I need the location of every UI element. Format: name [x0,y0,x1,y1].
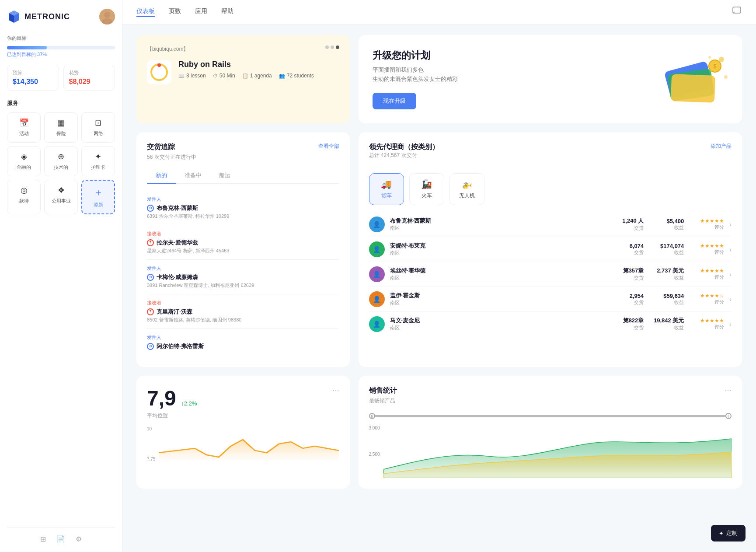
rating-more-btn[interactable]: ⋯ [332,386,339,395]
add-product-btn[interactable]: 添加产品 [711,143,732,150]
range-slider: || || [369,412,732,420]
service-item-public[interactable]: ❖ 公用事业 [44,180,78,214]
sales-y-axis: 3,000 2,500 [369,426,380,478]
customize-button[interactable]: ✦ 定制 [711,525,746,542]
category-train[interactable]: 🚂 火车 [409,173,444,205]
agents-title: 领先代理商（按类别） [369,143,439,152]
svg-point-14 [708,56,711,59]
service-item-network[interactable]: ⊡ 网络 [81,112,115,143]
agent-count-0: 1,240 人 [609,217,644,225]
bottom-row: 7,9 ↑2.2% ⋯ 平均位置 10 7.75 [136,376,742,489]
agent-revenue-4: 19,842 美元 收益 [649,317,684,331]
finance-icon: ◈ [21,152,27,161]
course-icon-wrap [147,60,171,84]
truck-label: 货车 [381,192,392,199]
spend-value: $8,029 [69,78,110,86]
agent-stars-3: ★★★★☆ [689,293,724,299]
agent-arrow-4[interactable]: › [729,321,732,328]
agents-subtitle: 总计 424,567 次交付 [369,152,439,159]
slider-handle-left[interactable]: || [369,413,375,419]
nav-help[interactable]: 帮助 [221,7,233,17]
service-item-tech[interactable]: ⊕ 技术的 [44,146,78,176]
entry-name-3: 📍 克里斯汀·沃森 [147,308,339,316]
agent-arrow-3[interactable]: › [729,296,732,303]
budget-value: $14,350 [13,78,53,86]
agent-arrow-0[interactable]: › [729,221,732,228]
agent-name-3: 盖伊·霍金斯 [390,292,604,300]
agents-card: 领先代理商（按类别） 总计 424,567 次交付 添加产品 🚚 货车 🚂 火车 [359,132,742,367]
course-status-dot [157,63,161,67]
layers-icon[interactable]: ⊞ [40,535,46,543]
chat-icon[interactable] [732,6,742,18]
tab-new[interactable]: 新的 [147,168,176,184]
nav-apps[interactable]: 应用 [195,7,207,17]
agent-row-3: 👤 盖伊·霍金斯 南区 2,954 交货 $59,634 收益 ★★★★☆ [369,287,732,312]
sales-header: 销售统计 ⋯ [369,386,732,395]
category-truck[interactable]: 🚚 货车 [369,173,404,205]
svg-rect-9 [671,74,715,102]
delivery-view-all[interactable]: 查看全部 [318,143,339,150]
course-url: 【biqubiqu.com】 [147,45,188,53]
user-avatar[interactable] [99,9,115,24]
agent-rev-label-4: 收益 [649,325,684,331]
agent-stat-1: 6,074 交货 [609,243,644,256]
agents-header: 领先代理商（按类别） 总计 424,567 次交付 添加产品 [369,143,732,166]
svg-point-13 [724,75,728,79]
hospitality-icon: ◎ [21,185,28,195]
entry-addr-0: 6391 埃尔全圣塞莱斯, 特拉华州 10299 [147,213,339,220]
content-area: 【biqubiqu.com】 Ruby on Rails [122,24,756,552]
agent-info-2: 埃丝特·霍华德 南区 [390,267,604,281]
agent-count-label-1: 交货 [609,249,644,256]
upgrade-button[interactable]: 现在升级 [373,93,416,109]
customize-icon: ✦ [719,530,724,537]
students-icon: 👥 [279,73,285,79]
sales-sublabel: 最畅销产品 [369,397,732,405]
agent-rev-label-0: 收益 [649,224,684,231]
service-item-finance[interactable]: ◈ 金融的 [7,146,41,176]
delivery-entry-3: 接收者 📍 克里斯汀·沃森 8502 普雷斯顿路, 英格尔伍德, 缅因州 983… [147,294,339,329]
service-item-insurance[interactable]: ▦ 保险 [44,112,78,143]
agent-amount-2: 2,737 美元 [649,267,684,275]
budget-label: 预算 [13,70,53,76]
entry-role-4: 发件人 [147,334,339,341]
network-label: 网络 [94,130,103,137]
meta-time: ⏱ 50 Min [213,73,235,79]
sales-more-btn[interactable]: ⋯ [725,386,732,395]
category-drone[interactable]: 🚁 无人机 [449,173,484,205]
topnav: 仪表板 页数 应用 帮助 [122,0,756,24]
agent-info-0: 布鲁克林·西蒙斯 南区 [390,217,604,231]
add-icon: ＋ [94,186,103,199]
rating-chart-area: 10 7.75 [147,426,339,461]
service-item-hospitality[interactable]: ◎ 款待 [7,180,41,214]
agent-rating-label-4: 评分 [689,324,724,330]
agent-rating-label-3: 评分 [689,299,724,305]
agenda-text: 1 agenda [250,73,272,79]
service-item-add[interactable]: ＋ 添新 [81,180,115,214]
tab-preparing[interactable]: 准备中 [176,168,210,184]
drone-icon: 🚁 [461,179,472,189]
agent-count-label-2: 交货 [609,275,644,281]
agent-arrow-1[interactable]: › [729,246,732,253]
budget-card: 预算 $14,350 [7,65,59,91]
nav-pages[interactable]: 页数 [169,7,181,17]
spend-card: 花费 $8,029 [63,65,115,91]
agent-arrow-2[interactable]: › [729,271,732,278]
insurance-icon: ▦ [57,118,65,128]
settings-icon[interactable]: ⚙ [76,535,82,543]
entry-role-0: 发件人 [147,196,339,203]
receiver-icon-1: 📍 [147,239,154,246]
slider-handle-right[interactable]: || [725,413,732,419]
nursing-icon: ✦ [95,152,101,161]
mid-row: 交货追踪 查看全部 56 次交付正在进行中 新的 准备中 船运 发件人 ⊙ 布鲁… [136,132,742,367]
service-item-nursing[interactable]: ✦ 护理卡 [81,146,115,176]
agent-rev-label-2: 收益 [649,275,684,281]
agent-info-3: 盖伊·霍金斯 南区 [390,292,604,306]
service-item-activity[interactable]: 📅 活动 [7,112,41,143]
svg-text:$: $ [714,63,717,70]
nav-dashboard[interactable]: 仪表板 [136,7,155,17]
tab-shipping[interactable]: 船运 [210,168,239,184]
file-icon[interactable]: 📄 [56,535,65,543]
agent-info-1: 安妮特·布莱克 南区 [390,242,604,256]
delivery-entry-0: 发件人 ⊙ 布鲁克林·西蒙斯 6391 埃尔全圣塞莱斯, 特拉华州 10299 [147,191,339,225]
sidebar-header: METRONIC [7,9,115,24]
